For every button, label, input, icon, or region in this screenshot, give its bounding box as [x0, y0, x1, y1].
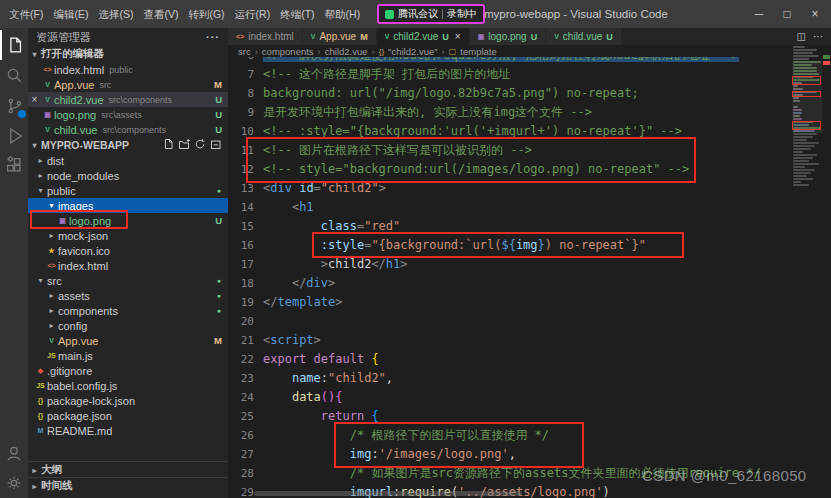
search-icon[interactable] — [0, 60, 28, 90]
breadcrumb-symbol-icon: {} — [379, 47, 384, 56]
project-section-header[interactable]: ▾ MYPRO-WEBAPP — [28, 137, 228, 153]
tree-item-node_modules[interactable]: ▸node_modules — [28, 168, 228, 183]
meeting-recording-overlay[interactable]: 腾讯会议 录制中 — [377, 4, 485, 24]
code-line-23[interactable]: 23 name:"child2", — [228, 369, 791, 388]
item-name: src — [47, 275, 62, 287]
code-line-21[interactable]: 21<script> — [228, 331, 791, 350]
tree-item-config[interactable]: ▸config — [28, 318, 228, 333]
code-line-11[interactable]: 11<!-- 图片在根路径下这样写是可以被识别的 --> — [228, 141, 791, 160]
code-line-24[interactable]: 24 data(){ — [228, 388, 791, 407]
open-editor-logo.png[interactable]: ▣logo.pngsrc\assetsU — [28, 107, 228, 122]
tree-item-.gitignore[interactable]: ◆.gitignore — [28, 363, 228, 378]
menu-item[interactable]: 选择(S) — [93, 0, 138, 28]
tab-logo.png[interactable]: ▣logo.pngU — [470, 28, 547, 45]
menu-item[interactable]: 运行(R) — [230, 0, 276, 28]
code-line-18[interactable]: 18 </div> — [228, 274, 791, 293]
menu-item[interactable]: 终端(T) — [275, 0, 319, 28]
breadcrumb-item[interactable]: "child2.vue" — [388, 46, 438, 57]
extensions-icon[interactable] — [0, 150, 28, 180]
new-folder-icon[interactable] — [178, 138, 190, 152]
tab-index.html[interactable]: <>index.html — [228, 28, 303, 45]
tree-item-index.html[interactable]: <>index.html — [28, 258, 228, 273]
code-line-8[interactable]: 8background: url("/img/logo.82b9c7a5.png… — [228, 84, 791, 103]
breadcrumb-item[interactable]: child2.vue — [325, 46, 368, 57]
tree-item-assets[interactable]: ▸assets● — [28, 288, 228, 303]
code-line-22[interactable]: 22export default { — [228, 350, 791, 369]
timeline-section-header[interactable]: ▸ 时间线 — [28, 477, 228, 494]
tab-App.vue[interactable]: VApp.vueM — [303, 28, 377, 45]
tree-item-components[interactable]: ▸components● — [28, 303, 228, 318]
breadcrumb-item[interactable]: template — [460, 46, 496, 57]
editor-more-actions-icon[interactable]: ··· — [813, 31, 823, 42]
code-line-26[interactable]: 26 /* 根路径下的图片可以直接使用 */ — [228, 426, 791, 445]
tab-child2.vue[interactable]: Vchild2.vueU× — [377, 28, 470, 45]
git-status-badge: U — [215, 215, 222, 226]
tree-item-babel.config.js[interactable]: JSbabel.config.js — [28, 378, 228, 393]
breadcrumb-item[interactable]: components — [262, 46, 314, 57]
tree-item-dist[interactable]: ▸dist — [28, 153, 228, 168]
chevron-right-icon: ▸ — [45, 231, 58, 240]
tree-item-main.js[interactable]: JSmain.js — [28, 348, 228, 363]
outline-section-header[interactable]: ▸ 大纲 — [28, 461, 228, 478]
code-line-19[interactable]: 19</template> — [228, 293, 791, 312]
open-editors-header[interactable]: ▾ 打开的编辑器 — [28, 46, 228, 62]
maximize-button[interactable]: □ — [773, 0, 801, 28]
open-editor-App.vue[interactable]: VApp.vuesrcM — [28, 77, 228, 92]
code-line-27[interactable]: 27 img:'/images/logo.png', — [228, 445, 791, 464]
tree-item-README.md[interactable]: MREADME.md — [28, 423, 228, 438]
tree-item-logo.png[interactable]: ▣logo.pngU — [28, 213, 228, 228]
tree-item-App.vue[interactable]: VApp.vueM — [28, 333, 228, 348]
minimap-line — [793, 142, 819, 144]
code-line-9[interactable]: 9是开发环境中打包编译出来的, 实际上没有img这个文件 --> — [228, 103, 791, 122]
tree-item-public[interactable]: ▾public● — [28, 183, 228, 198]
code-line-20[interactable]: 20 — [228, 312, 791, 331]
tab-child.vue[interactable]: Vchild.vueU — [546, 28, 622, 45]
tree-item-images[interactable]: ▾images — [28, 198, 228, 213]
code-line-13[interactable]: 13<div id="child2"> — [228, 179, 791, 198]
chevron-right-icon: ▸ — [28, 482, 41, 491]
menu-item[interactable]: 文件(F) — [4, 0, 48, 28]
breadcrumb-item[interactable]: src — [238, 46, 251, 57]
menu-item[interactable]: 帮助(H) — [320, 0, 366, 28]
code-line-15[interactable]: 15 class="red" — [228, 217, 791, 236]
code-line-10[interactable]: 10<!-- :style="{background:'url('+imgurl… — [228, 122, 791, 141]
account-icon[interactable] — [0, 438, 28, 468]
tree-item-package.json[interactable]: {}package.json — [28, 408, 228, 423]
minimize-button[interactable]: ─ — [745, 0, 773, 28]
open-editor-index.html[interactable]: <>index.htmlpublic — [28, 62, 228, 77]
menu-item[interactable]: 转到(G) — [183, 0, 229, 28]
menu-item[interactable]: 查看(V) — [138, 0, 183, 28]
code-line-12[interactable]: 12<!-- style="background:url(/images/log… — [228, 160, 791, 179]
tab-bar: <>index.htmlVApp.vueMVchild2.vueU×▣logo.… — [228, 28, 831, 45]
menu-item[interactable]: 编辑(E) — [48, 0, 93, 28]
close-icon[interactable]: × — [28, 94, 41, 105]
refresh-icon[interactable] — [194, 138, 206, 152]
tree-item-favicon.ico[interactable]: ★favicon.ico — [28, 243, 228, 258]
tree-item-package-lock.json[interactable]: {}package-lock.json — [28, 393, 228, 408]
tree-item-src[interactable]: ▾src● — [28, 273, 228, 288]
code-line-25[interactable]: 25 return { — [228, 407, 791, 426]
code-line-14[interactable]: 14 <h1 — [228, 198, 791, 217]
minimap[interactable] — [792, 46, 822, 498]
token-kw: export — [263, 352, 306, 366]
split-editor-icon[interactable]: ◫ — [797, 31, 806, 42]
explorer-icon[interactable] — [0, 30, 28, 60]
new-file-icon[interactable] — [162, 138, 174, 152]
more-actions-icon[interactable]: ··· — [206, 28, 220, 46]
code-editor[interactable]: 6<!-- 解决办法就是使用node的require方法, 把相对路径转成nod… — [228, 57, 791, 498]
tree-item-mock-json[interactable]: ▸mock-json — [28, 228, 228, 243]
close-icon[interactable]: × — [455, 31, 461, 42]
open-editor-child2.vue[interactable]: ×Vchild2.vuesrc\componentsU — [28, 92, 228, 107]
code-line-7[interactable]: 7<!-- 这个路径是脚手架 打包后的图片的地址 — [228, 65, 791, 84]
code-line-17[interactable]: 17 >child2</h1> — [228, 255, 791, 274]
horizontal-scrollbar[interactable] — [254, 491, 522, 496]
collapse-all-icon[interactable] — [210, 138, 222, 152]
open-editor-child.vue[interactable]: Vchild.vuesrc\componentsU — [28, 122, 228, 137]
close-button[interactable]: × — [801, 0, 829, 28]
code-line-6[interactable]: 6<!-- 解决办法就是使用node的require方法, 把相对路径转成nod… — [228, 57, 791, 65]
run-debug-icon[interactable] — [0, 120, 28, 150]
settings-icon[interactable] — [0, 468, 28, 498]
code-line-16[interactable]: 16 :style="{background:`url(${img}) no-r… — [228, 236, 791, 255]
breadcrumb[interactable]: src›components›child2.vue›{}"child2.vue"… — [228, 45, 831, 57]
source-control-icon[interactable] — [0, 90, 28, 120]
